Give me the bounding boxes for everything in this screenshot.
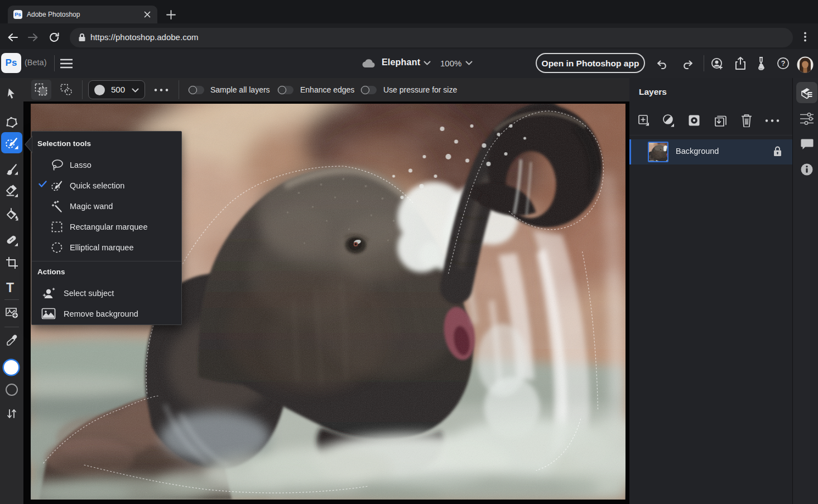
svg-text:?: ?: [781, 60, 786, 67]
